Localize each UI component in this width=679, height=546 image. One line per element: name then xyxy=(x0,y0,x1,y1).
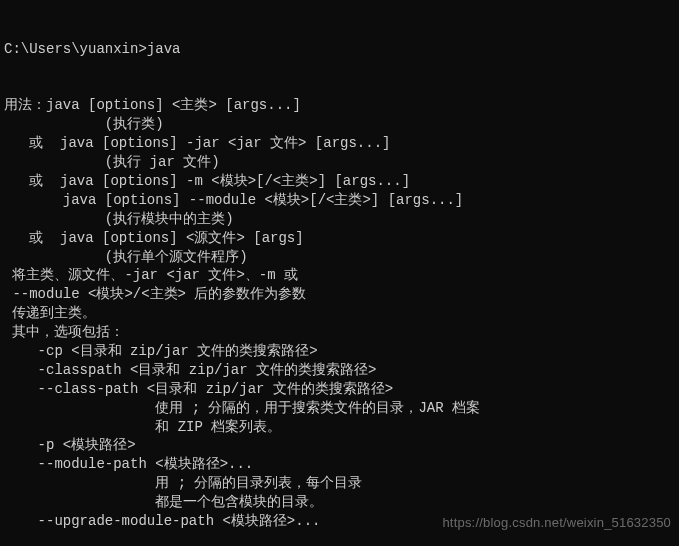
output-line: 传递到主类。 xyxy=(4,304,675,323)
output-line: (执行模块中的主类) xyxy=(4,210,675,229)
output-line: -classpath <目录和 zip/jar 文件的类搜索路径> xyxy=(4,361,675,380)
output-line: 将主类、源文件、-jar <jar 文件>、-m 或 xyxy=(4,266,675,285)
output-line: java [options] --module <模块>[/<主类>] [arg… xyxy=(4,191,675,210)
output-line: 使用 ; 分隔的，用于搜索类文件的目录，JAR 档案 xyxy=(4,399,675,418)
output-line: 或 java [options] -m <模块>[/<主类>] [args...… xyxy=(4,172,675,191)
output-line: 都是一个包含模块的目录。 xyxy=(4,493,675,512)
output-line: 用法：java [options] <主类> [args...] xyxy=(4,96,675,115)
output-line: -cp <目录和 zip/jar 文件的类搜索路径> xyxy=(4,342,675,361)
command-prompt-line: C:\Users\yuanxin>java xyxy=(4,40,675,59)
output-line: 用 ; 分隔的目录列表，每个目录 xyxy=(4,474,675,493)
output-line: (执行类) xyxy=(4,115,675,134)
output-line: 或 java [options] -jar <jar 文件> [args...] xyxy=(4,134,675,153)
output-line: -p <模块路径> xyxy=(4,436,675,455)
output-lines-container: 用法：java [options] <主类> [args...] (执行类) 或… xyxy=(4,96,675,530)
output-line: --module-path <模块路径>... xyxy=(4,455,675,474)
output-line: 或 java [options] <源文件> [args] xyxy=(4,229,675,248)
output-line: (执行单个源文件程序) xyxy=(4,248,675,267)
output-line: --class-path <目录和 zip/jar 文件的类搜索路径> xyxy=(4,380,675,399)
output-line: --module <模块>/<主类> 后的参数作为参数 xyxy=(4,285,675,304)
watermark-text: https://blog.csdn.net/weixin_51632350 xyxy=(442,514,671,532)
output-line: 其中，选项包括： xyxy=(4,323,675,342)
terminal-output[interactable]: C:\Users\yuanxin>java 用法：java [options] … xyxy=(4,2,675,546)
output-line: 和 ZIP 档案列表。 xyxy=(4,418,675,437)
output-line: (执行 jar 文件) xyxy=(4,153,675,172)
